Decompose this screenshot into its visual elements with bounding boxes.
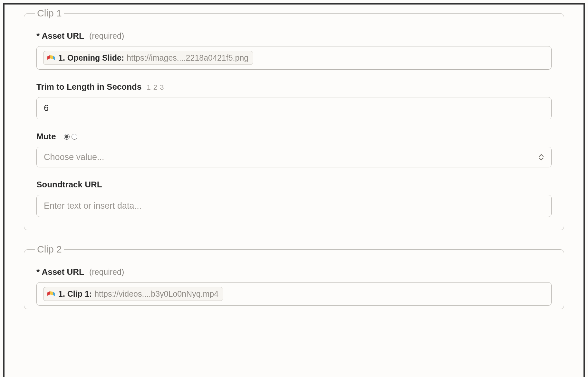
trim-length-label: Trim to Length in Seconds bbox=[36, 82, 141, 92]
asset-url-label-text-2: Asset URL bbox=[42, 267, 84, 277]
svg-marker-5 bbox=[53, 292, 55, 296]
mute-select[interactable]: Choose value... bbox=[36, 147, 552, 167]
required-hint: (required) bbox=[89, 31, 124, 41]
soundtrack-label-row: Soundtrack URL bbox=[36, 180, 552, 190]
asset-url-token[interactable]: 1. Opening Slide: https://images....2218… bbox=[43, 51, 253, 65]
asset-url-token-2[interactable]: 1. Clip 1: https://videos....b3y0Lo0nNyq… bbox=[43, 287, 223, 301]
mute-radio-on[interactable] bbox=[64, 134, 70, 140]
trim-length-hint: 1 2 3 bbox=[147, 83, 164, 92]
mute-radio-group bbox=[64, 134, 77, 140]
svg-marker-4 bbox=[50, 291, 53, 295]
asset-url-label-2: * Asset URL bbox=[36, 267, 84, 277]
svg-marker-0 bbox=[47, 55, 50, 60]
mute-label: Mute bbox=[36, 132, 56, 142]
mute-radio-off[interactable] bbox=[72, 134, 77, 140]
required-hint-2: (required) bbox=[89, 267, 124, 277]
clip-2-fieldset: Clip 2 * Asset URL (required) bbox=[24, 244, 564, 309]
svg-marker-3 bbox=[47, 291, 50, 296]
soundtrack-field-group: Soundtrack URL bbox=[36, 180, 552, 217]
app-icon bbox=[47, 291, 56, 298]
asset-url-token-value-2: https://videos....b3y0Lo0nNyq.mp4 bbox=[94, 289, 218, 299]
mute-select-placeholder: Choose value... bbox=[44, 152, 104, 162]
asset-url-label-text: Asset URL bbox=[42, 31, 84, 41]
asset-url-label-row-2: * Asset URL (required) bbox=[36, 267, 552, 277]
asset-url-token-label-2: 1. Clip 1: bbox=[58, 289, 92, 299]
svg-marker-1 bbox=[50, 55, 53, 59]
required-asterisk: * bbox=[36, 31, 40, 41]
clip-2-legend: Clip 2 bbox=[35, 244, 64, 255]
soundtrack-input[interactable] bbox=[36, 195, 552, 217]
trim-length-field-group: Trim to Length in Seconds 1 2 3 bbox=[36, 82, 552, 119]
trim-length-label-row: Trim to Length in Seconds 1 2 3 bbox=[36, 82, 552, 92]
clip-1-fieldset: Clip 1 * Asset URL (required) bbox=[24, 8, 564, 230]
asset-url-input[interactable]: 1. Opening Slide: https://images....2218… bbox=[36, 46, 552, 70]
chevron-up-down-icon bbox=[538, 154, 544, 161]
asset-url-label: * Asset URL bbox=[36, 31, 84, 41]
mute-field-group: Mute Choose value... bbox=[36, 132, 552, 167]
required-asterisk-2: * bbox=[36, 267, 40, 277]
asset-url-token-label: 1. Opening Slide: bbox=[58, 53, 124, 63]
asset-url-field-group: * Asset URL (required) 1. Opening Slide: bbox=[36, 31, 552, 70]
asset-url-field-group-2: * Asset URL (required) 1. Clip 1: htt bbox=[36, 267, 552, 306]
svg-marker-2 bbox=[53, 56, 55, 60]
asset-url-input-2[interactable]: 1. Clip 1: https://videos....b3y0Lo0nNyq… bbox=[36, 282, 552, 306]
trim-length-input[interactable] bbox=[36, 97, 552, 119]
mute-label-row: Mute bbox=[36, 132, 552, 142]
asset-url-token-value: https://images....2218a0421f5.png bbox=[127, 53, 248, 63]
soundtrack-label: Soundtrack URL bbox=[36, 180, 102, 190]
app-icon bbox=[47, 55, 56, 62]
clip-1-legend: Clip 1 bbox=[35, 8, 64, 19]
asset-url-label-row: * Asset URL (required) bbox=[36, 31, 552, 41]
form-frame: Clip 1 * Asset URL (required) bbox=[3, 3, 585, 377]
